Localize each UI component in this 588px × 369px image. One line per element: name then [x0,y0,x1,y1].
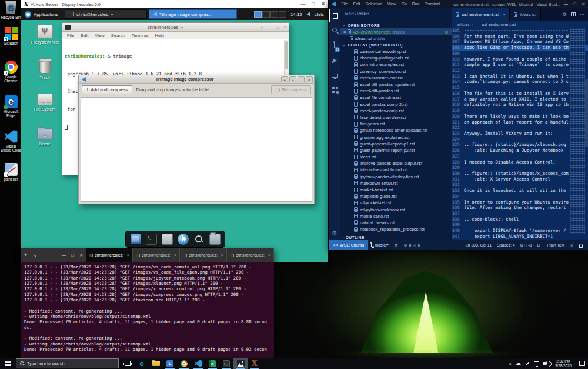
eol-type[interactable]: LF [537,243,542,247]
trimage-titlebar[interactable]: Trimage image compressor ＋ － □ × [79,75,314,84]
close-button[interactable]: × [281,23,289,32]
shade-button[interactable]: ＋ [258,23,266,32]
minimize-button[interactable]: — [59,248,68,262]
menu-item[interactable]: ··· [443,0,452,8]
file-tree-item[interactable]: excel-pandas-comp.rst [340,108,452,114]
desktop-shortcut[interactable]: ✓ Visual Studio Code [0,130,22,152]
menu-item[interactable]: Run [409,0,422,8]
file-tree-item[interactable]: com-intro-examples.rst [340,61,452,68]
file-tree-item[interactable]: ml-pocket-ref.rst [340,200,452,206]
search-input[interactable] [27,361,115,366]
file-tree-item[interactable]: notebook_repeatable_process.rst [340,226,452,232]
menu-item[interactable]: Search [111,33,125,38]
volume-icon[interactable] [543,362,546,365]
close-tab-icon[interactable]: × [221,253,223,257]
terminal-tab[interactable]: chris@hercules: × [227,248,274,262]
language-mode[interactable]: Plain Text [547,243,564,247]
file-tree-item[interactable]: excel-file-combine.rst [340,94,452,101]
menu-item[interactable]: Help [155,33,164,38]
terminal-tab[interactable]: chris@hercules: × [180,248,227,262]
breadcrumb[interactable]: articles › wsl-environment.rst [452,21,588,28]
start-button[interactable] [0,358,16,369]
menu-item[interactable]: Selection [363,0,385,8]
desktop-shortcut[interactable]: paint.net [0,163,22,181]
file-tree-item[interactable]: markdown-email.rst [340,180,452,187]
file-tree-item[interactable]: currency_conversion.rst [340,68,452,75]
menu-item[interactable]: Terminal [132,33,149,38]
file-tree-item[interactable]: guest-papermill-report-p2.rst [340,147,452,154]
x-desktop-icon[interactable]: Ψ Filesystem root [26,25,64,45]
file-tree-item[interactable]: excel-autofilter-edit.rst [340,75,452,81]
file-tree-item[interactable]: face-detect-overview.rst [340,114,452,121]
desktop-shortcut[interactable]: Git Bash [0,27,22,45]
tray-overflow-chevron-icon[interactable]: ∧ [509,361,512,365]
feedback-icon[interactable]: ☺ [570,243,574,247]
xterm-titlebar[interactable]: chris@hercules: ~ ＋ — □ × [62,23,289,32]
user-menu[interactable]: chris [315,12,324,17]
action-center-icon[interactable] [579,361,585,366]
close-icon[interactable]: × [503,12,505,17]
file-tree-item[interactable]: github-notebooks-other-updates.rst [340,127,452,134]
maximize-button[interactable]: □ [570,0,579,8]
source-control-icon[interactable]: 25 [329,39,340,52]
taskbar-app-button[interactable]: e [135,358,149,369]
file-tree-item[interactable]: excel-pandas-comp-2.rst [340,101,452,108]
open-editors-section[interactable]: ⌄ OPEN EDITORS [340,22,452,28]
file-tree-item[interactable]: categorical-encoding.rst [340,48,452,55]
tab-wsl-environment[interactable]: wsl-environment.rst × [452,8,510,21]
taskbar-app-button[interactable] [121,358,135,369]
shade-button[interactable]: ＋ [281,76,288,82]
x-desktop-icon[interactable]: ⌂ Home [26,128,64,147]
close-button[interactable]: × [306,76,313,82]
encoding[interactable]: UTF-8 [520,243,532,247]
dock-icon[interactable] [193,234,205,245]
workspace-pager[interactable] [254,11,286,18]
add-and-compress-button[interactable]: + Add and compress [82,85,132,94]
dock-icon[interactable] [209,234,220,245]
cursor-position[interactable]: Ln 308, Col 11 [466,243,492,247]
file-tree-item[interactable]: natural_breaks.rst [340,220,452,226]
desktop-shortcut[interactable]: ♻ Recycle Bin [0,1,22,19]
pen-icon[interactable] [526,361,530,365]
recompress-button[interactable]: Recompress [271,85,311,94]
file-tree-item[interactable]: interactive-dashboard.rst [340,167,452,173]
explorer-icon[interactable] [329,9,340,22]
taskbar-app-button[interactable] [149,358,163,369]
taskbar-app-button[interactable] [233,358,248,369]
vcxsrv-titlebar[interactable]: X VcXsrv Server - Display hercules:0.0 —… [21,0,328,8]
onedrive-icon[interactable]: ☁ [516,361,521,366]
minimize-button[interactable]: — [298,0,308,8]
remote-indicator[interactable]: >< WSL: Ubuntu [329,240,368,250]
file-tree-item[interactable]: ideas.rst [340,154,452,160]
menu-item[interactable]: Edit [350,0,363,8]
tab-dropdown-button[interactable]: ⌄ [30,248,41,262]
sync-icon[interactable]: ⟳ [563,12,567,17]
file-tree-item[interactable]: market-basket.rst [340,187,452,193]
menu-item[interactable]: Go [399,0,409,8]
editor-scrollbar[interactable] [585,79,588,147]
remote-explorer-icon[interactable] [329,69,340,82]
file-tree-item[interactable]: improve-pandas-excel-output.rst [340,160,452,167]
content-section[interactable]: ⌄ CONTENT [WSL: UBUNTU] [340,42,452,48]
file-tree-item[interactable]: ipython-pandas-display-tips.rst [340,174,452,180]
sync-button[interactable]: ⟳ [392,243,401,248]
close-button[interactable]: ✕ [318,0,328,8]
taskbar-app-button[interactable]: X [248,358,262,369]
menu-item[interactable]: Edit [81,33,88,38]
trimage-file-table[interactable] [81,97,312,202]
desktop-shortcut[interactable]: e ✓ Microsoft Edge [0,95,22,118]
more-actions-icon[interactable]: ··· [580,12,584,17]
terminal-output[interactable]: 127.0.0.1 - - [28/Mar/2020 14:23:28] "GE… [21,262,274,358]
minimap[interactable] [570,28,585,234]
maximize-button[interactable]: □ [273,23,281,32]
vscode-titlebar[interactable]: FileEditSelectionViewGoRunTerminal··· ws… [329,0,588,8]
close-button[interactable]: ✕ [77,248,86,262]
search-icon[interactable] [329,24,340,36]
close-icon[interactable]: × [343,29,346,35]
taskbar-button-trimage[interactable]: Trimage image compres... [149,9,237,19]
extensions-icon[interactable] [329,83,340,96]
menu-item[interactable]: Terminal [422,0,443,8]
gear-icon[interactable]: ⚙ [329,226,340,239]
maximize-button[interactable]: □ [308,0,318,8]
run-debug-icon[interactable] [329,54,340,67]
